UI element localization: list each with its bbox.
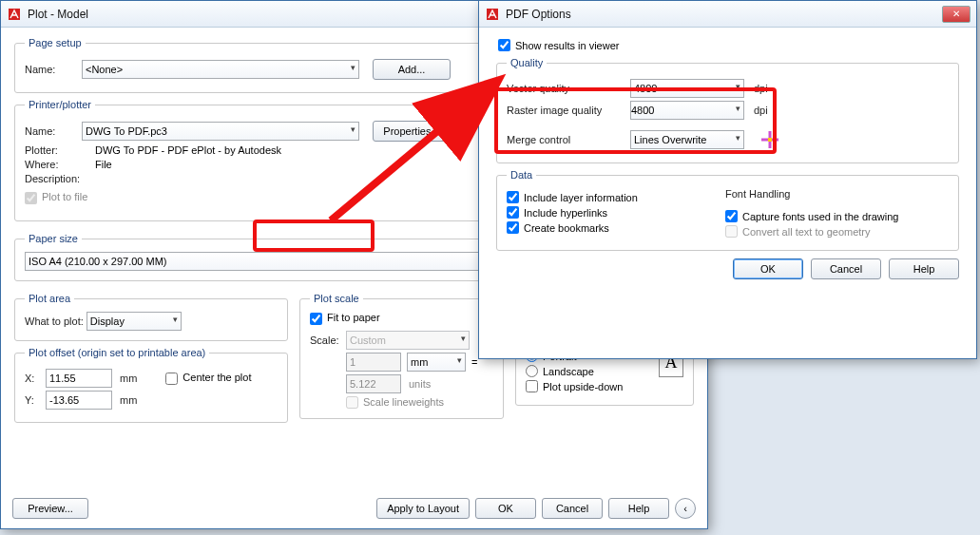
offset-legend: Plot offset (origin set to printable are…	[25, 347, 209, 358]
font-handling-label: Font Handling	[725, 188, 791, 200]
center-plot-check[interactable]: Center the plot	[165, 372, 251, 385]
pdf-options-window: PDF Options ✕ Show results in viewer Qua…	[478, 0, 977, 359]
plotter-label: Plotter:	[25, 144, 95, 156]
window-title: Plot - Model	[28, 8, 88, 21]
printer-name-select[interactable]: DWG To PDF.pc3	[82, 122, 359, 141]
pagesetup-name-label: Name:	[25, 64, 82, 75]
fit-checkbox[interactable]	[310, 313, 322, 325]
titlebar[interactable]: PDF Options ✕	[479, 1, 976, 28]
upside-check[interactable]: Plot upside-down	[526, 380, 659, 392]
show-results-check[interactable]: Show results in viewer	[498, 39, 965, 51]
scale-label: Scale:	[310, 334, 346, 346]
plot-to-file-check: Plot to file	[25, 191, 87, 204]
layer-check[interactable]: Include layer information	[507, 191, 725, 203]
close-icon[interactable]: ✕	[942, 6, 970, 23]
window-title: PDF Options	[506, 8, 571, 21]
x-input[interactable]	[46, 369, 112, 388]
app-icon	[485, 7, 500, 22]
bottom-actions: Preview... Apply to Layout OK Cancel Hel…	[12, 498, 696, 519]
vector-label: Vector quality	[507, 83, 630, 94]
ok-button[interactable]: OK	[475, 498, 536, 519]
app-icon	[7, 7, 22, 22]
cancel-button[interactable]: Cancel	[811, 258, 881, 279]
help-button[interactable]: Help	[889, 258, 959, 279]
pagesetup-name-select[interactable]: <None>	[82, 60, 359, 79]
properties-button[interactable]: Properties...	[373, 121, 451, 142]
scale-lw-checkbox	[346, 396, 358, 409]
quality-legend: Quality	[507, 57, 547, 68]
plot-area-group: Plot area What to plot: Display	[14, 293, 288, 341]
x-label: X:	[25, 373, 46, 384]
cursor-icon	[758, 129, 782, 150]
plot-to-file-checkbox	[25, 192, 37, 204]
hyper-check[interactable]: Include hyperlinks	[507, 206, 725, 219]
scale-den-input	[346, 374, 401, 393]
plotter-value: DWG To PDF - PDF ePlot - by Autodesk	[95, 144, 281, 156]
raster-unit: dpi	[754, 105, 768, 116]
y-input[interactable]	[46, 391, 112, 410]
y-unit: mm	[120, 394, 137, 406]
printer-legend: Printer/plotter	[25, 99, 95, 110]
scale-select: Custom	[346, 331, 470, 350]
plotarea-legend: Plot area	[25, 293, 74, 304]
scale-num-input	[346, 353, 401, 372]
vector-unit: dpi	[754, 83, 768, 94]
preview-button[interactable]: Preview...	[12, 498, 88, 519]
cancel-button[interactable]: Cancel	[542, 498, 603, 519]
what-to-plot-select[interactable]: Display	[86, 312, 182, 331]
quality-group: Quality Vector quality 4800 dpi Raster i…	[496, 57, 959, 163]
scale-legend: Plot scale	[310, 293, 363, 304]
equals: =	[471, 356, 477, 368]
paper-legend: Paper size	[25, 233, 82, 244]
scale-unit-select[interactable]: mm	[407, 353, 466, 372]
y-label: Y:	[25, 394, 46, 406]
desc-label: Description:	[25, 173, 95, 184]
fit-to-paper-check[interactable]: Fit to paper	[310, 312, 380, 323]
printer-name-label: Name:	[25, 125, 82, 137]
where-label: Where:	[25, 159, 95, 170]
scale-lw-check: Scale lineweights	[346, 396, 444, 408]
plot-offset-group: Plot offset (origin set to printable are…	[14, 347, 288, 423]
convert-text-check: Convert all text to geometry	[725, 225, 899, 238]
plot-scale-group: Plot scale Fit to paper Scale: Custom mm…	[299, 293, 504, 419]
vector-quality-select[interactable]: 4800	[630, 79, 744, 98]
add-button[interactable]: Add...	[373, 59, 451, 80]
ok-button[interactable]: OK	[733, 258, 803, 279]
help-button[interactable]: Help	[608, 498, 669, 519]
raster-label: Raster image quality	[507, 105, 630, 116]
book-check[interactable]: Create bookmarks	[507, 221, 725, 234]
data-group: Data Include layer information Include h…	[496, 169, 959, 251]
units-word: units	[409, 378, 431, 390]
where-value: File	[95, 159, 112, 170]
what-to-plot-label: What to plot:	[25, 315, 84, 327]
expand-icon[interactable]: ‹	[675, 498, 696, 519]
page-setup-legend: Page setup	[25, 37, 86, 48]
landscape-radio[interactable]: Landscape	[526, 365, 659, 377]
center-plot-checkbox[interactable]	[165, 373, 178, 385]
merge-control-select[interactable]: Lines Overwrite	[630, 130, 744, 149]
raster-quality-select[interactable]: 4800	[630, 101, 744, 120]
data-legend: Data	[507, 169, 536, 181]
merge-label: Merge control	[507, 134, 630, 145]
capture-fonts-check[interactable]: Capture fonts used in the drawing	[725, 210, 899, 222]
x-unit: mm	[120, 373, 137, 384]
svg-rect-2	[768, 138, 772, 142]
apply-layout-button[interactable]: Apply to Layout	[376, 498, 470, 519]
